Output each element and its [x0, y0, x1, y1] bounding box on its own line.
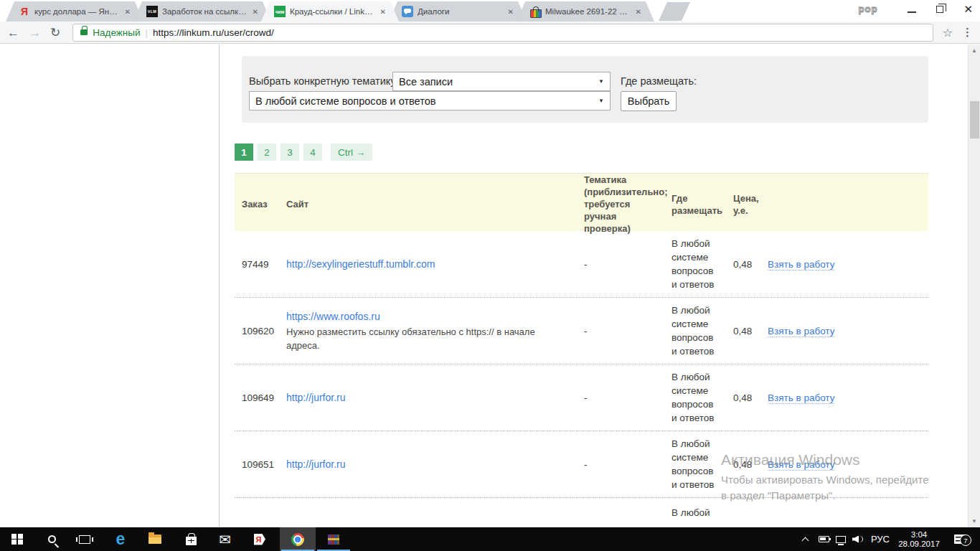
yandex-browser-button[interactable]: Я — [244, 527, 275, 551]
tray-expand-button[interactable] — [796, 527, 814, 551]
content-left-divider — [219, 44, 220, 527]
where-cell: В любой системе вопросов и ответов — [664, 370, 726, 425]
reload-icon[interactable]: ↻ — [50, 27, 60, 39]
table-header-row: Заказ Сайт Тематика (приблизительно; тре… — [235, 173, 928, 231]
browser-toolbar: ← → ↻ Надежный | https://linkum.ru/user/… — [0, 22, 980, 44]
take-order-link[interactable]: Взять в работу — [768, 259, 834, 270]
table-row: 109649 http://jurfor.ru - В любой систем… — [235, 364, 928, 431]
page-1-button[interactable]: 1 — [235, 143, 253, 161]
tab-close-icon[interactable]: ✕ — [380, 8, 386, 16]
table-row: 109651 http://jurfor.ru - В любой систем… — [235, 431, 928, 498]
minimize-button[interactable] — [908, 11, 916, 13]
site-note: Нужно разместить ссылку обязательно с ht… — [286, 325, 570, 352]
col-header-theme: Тематика (приблизительно; требуется ручн… — [577, 174, 664, 235]
tab-title: Диалоги — [418, 7, 504, 16]
browser-menu-icon[interactable]: ⋮ — [962, 26, 973, 39]
winrar-button[interactable] — [316, 527, 352, 551]
where-select-value: В любой системе вопросов и ответов — [255, 95, 435, 107]
network-icon — [836, 536, 846, 543]
task-view-icon — [79, 535, 90, 544]
tab-close-icon[interactable]: ✕ — [125, 8, 131, 16]
page-2-button[interactable]: 2 — [258, 143, 276, 161]
new-tab-button[interactable] — [659, 2, 690, 21]
forward-icon[interactable]: → — [29, 27, 41, 39]
where-select[interactable]: В любой системе вопросов и ответов ▼ — [249, 91, 611, 110]
store-bag-icon — [186, 537, 197, 545]
chevron-up-icon — [801, 537, 809, 545]
address-bar[interactable]: Надежный | https://linkum.ru/user/crowd/ — [72, 24, 933, 42]
action-center-button[interactable]: 7 — [946, 527, 974, 551]
close-window-button[interactable]: ✕ — [963, 4, 973, 14]
theme-select[interactable]: Все записи ▼ — [392, 72, 611, 91]
restore-button[interactable] — [936, 6, 943, 13]
col-header-order: Заказ — [235, 198, 279, 210]
page-4-button[interactable]: 4 — [303, 143, 322, 161]
start-button[interactable] — [1, 527, 33, 551]
network-status[interactable] — [832, 527, 849, 551]
taskbar: e ✉ Я РУС 3:04 28.09.2017 7 — [0, 527, 980, 551]
language-indicator[interactable]: РУС — [867, 527, 894, 551]
tab-close-icon[interactable]: ✕ — [636, 8, 641, 16]
url-text[interactable]: https://linkum.ru/user/crowd/ — [153, 27, 274, 38]
mail-icon: ✉ — [220, 532, 232, 547]
notification-badge: 7 — [960, 534, 971, 546]
take-order-link[interactable]: Взять в работу — [768, 459, 834, 471]
secure-lock-icon[interactable] — [80, 29, 88, 35]
page-scrollbar[interactable]: ▲ ▼ — [968, 44, 980, 527]
price-cell: 0,48 — [726, 258, 760, 271]
tab-zarabotok[interactable]: VLM Заработок на ссылках. ✕ — [133, 1, 271, 22]
where-cell: В любой системе вопросов и ответов — [664, 237, 726, 291]
volume-status[interactable] — [849, 527, 867, 551]
site-link[interactable]: https://www.roofos.ru — [286, 311, 380, 322]
action-center-icon: 7 — [954, 534, 966, 544]
bookmark-star-icon[interactable]: ☆ — [943, 26, 953, 39]
tab-dialogi[interactable]: Диалоги ✕ — [389, 1, 527, 22]
file-explorer-button[interactable] — [139, 527, 171, 551]
tab-yandex-kurs[interactable]: Я курс доллара — Яндекс ✕ — [6, 1, 143, 22]
task-view-button[interactable] — [69, 527, 100, 551]
mail-button[interactable]: ✉ — [209, 527, 241, 551]
browser-tab-strip: Я курс доллара — Яндекс ✕ VLM Заработок … — [0, 0, 980, 22]
tab-title: Крауд-ссылки / Linkum, — [290, 7, 376, 16]
theme-filter-label: Выбрать конкретную тематику: — [249, 75, 399, 87]
page-content: Выбрать конкретную тематику: Все записи … — [0, 44, 980, 527]
search-button[interactable] — [36, 527, 67, 551]
scrollbar-thumb[interactable] — [970, 101, 979, 138]
time-label: 3:04 — [898, 530, 940, 540]
site-link[interactable]: http://jurfor.ru — [286, 392, 345, 403]
scroll-down-icon[interactable]: ▼ — [969, 518, 980, 524]
tab-close-icon[interactable]: ✕ — [253, 8, 258, 16]
where-cell: В любой системе вопросов и ответов — [664, 303, 726, 358]
apply-filter-button[interactable]: Выбрать — [621, 91, 677, 111]
site-link[interactable]: http://jurfor.ru — [286, 458, 345, 470]
shopping-favicon — [529, 6, 541, 17]
chrome-button[interactable] — [280, 527, 316, 551]
edge-icon: e — [116, 531, 126, 547]
clock[interactable]: 3:04 28.09.2017 — [894, 527, 944, 551]
linkum-favicon: чим — [274, 6, 286, 17]
col-header-where: Где размещать — [664, 192, 726, 217]
tab-milwaukee[interactable]: Milwaukee 2691-22 M18 ✕ — [517, 1, 654, 22]
back-icon[interactable]: ← — [7, 27, 19, 39]
take-order-link[interactable]: Взять в работу — [768, 392, 834, 404]
page-3-button[interactable]: 3 — [281, 143, 299, 161]
theme-cell: - — [577, 391, 664, 405]
security-label[interactable]: Надежный — [93, 27, 140, 38]
tab-close-icon[interactable]: ✕ — [508, 8, 514, 16]
order-id: 109649 — [235, 391, 279, 405]
chevron-down-icon: ▼ — [598, 78, 604, 85]
next-page-button[interactable]: Ctrl → — [331, 143, 372, 161]
edge-button[interactable]: e — [105, 527, 136, 551]
price-cell: 0,48 — [726, 391, 760, 405]
store-button[interactable] — [175, 527, 207, 551]
vlm-favicon: VLM — [146, 6, 158, 17]
windows-logo-icon — [11, 534, 23, 545]
site-link[interactable]: http://sexylingeriestuff.tumblr.com — [286, 258, 435, 270]
tab-title: курс доллара — Яндекс — [34, 7, 121, 16]
tab-title: Заработок на ссылках. — [162, 7, 248, 16]
scroll-up-icon[interactable]: ▲ — [969, 47, 980, 54]
battery-icon — [819, 536, 829, 542]
tab-linkum-active[interactable]: чим Крауд-ссылки / Linkum, ✕ — [261, 1, 399, 22]
take-order-link[interactable]: Взять в работу — [768, 326, 834, 337]
battery-status[interactable] — [815, 527, 832, 551]
